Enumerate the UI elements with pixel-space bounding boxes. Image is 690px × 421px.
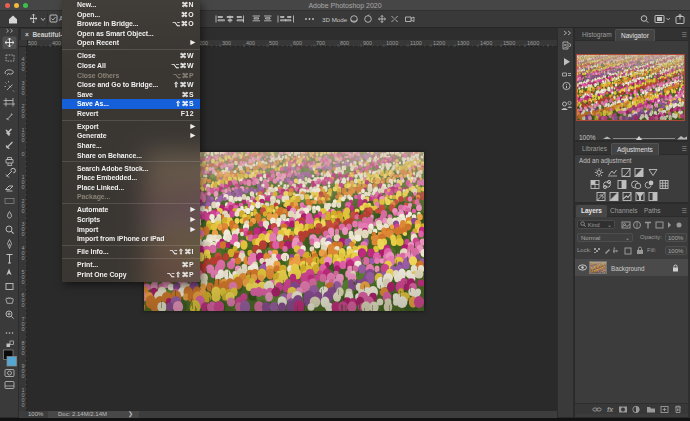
svg-text:0: 0 — [21, 66, 24, 72]
svg-text:0: 0 — [21, 231, 24, 237]
svg-text:0: 0 — [21, 137, 24, 143]
svg-text:0: 0 — [21, 184, 24, 190]
svg-text:1600: 1600 — [527, 40, 539, 46]
svg-text:1000: 1000 — [386, 40, 398, 46]
svg-text:0: 0 — [21, 255, 24, 261]
svg-text:fx: fx — [607, 406, 614, 413]
svg-text:200: 200 — [199, 40, 208, 46]
svg-text:0: 0 — [21, 113, 24, 119]
svg-text:0: 0 — [21, 151, 24, 157]
svg-text:300: 300 — [222, 40, 231, 46]
svg-text:0: 0 — [21, 326, 24, 332]
svg-text:0: 0 — [21, 302, 24, 308]
svg-text:500: 500 — [269, 40, 278, 46]
svg-text:0: 0 — [21, 208, 24, 214]
svg-text:500: 500 — [28, 40, 37, 46]
svg-text:0: 0 — [21, 90, 24, 96]
svg-text:0: 0 — [21, 373, 24, 379]
svg-text:1100: 1100 — [410, 40, 422, 46]
svg-text:900: 900 — [363, 40, 372, 46]
svg-text:1500: 1500 — [503, 40, 515, 46]
svg-text:1200: 1200 — [433, 40, 445, 46]
svg-text:700: 700 — [316, 40, 325, 46]
svg-text:1400: 1400 — [480, 40, 492, 46]
svg-text:400: 400 — [52, 40, 61, 46]
svg-text:1300: 1300 — [457, 40, 469, 46]
svg-text:3D Mode: 3D Mode — [322, 16, 348, 23]
svg-text:800: 800 — [340, 40, 349, 46]
svg-text:0: 0 — [21, 350, 24, 356]
svg-text:0: 0 — [21, 402, 24, 408]
svg-text:5: 5 — [564, 43, 567, 49]
svg-text:600: 600 — [293, 40, 302, 46]
svg-text:400: 400 — [246, 40, 255, 46]
svg-text:0: 0 — [21, 279, 24, 285]
